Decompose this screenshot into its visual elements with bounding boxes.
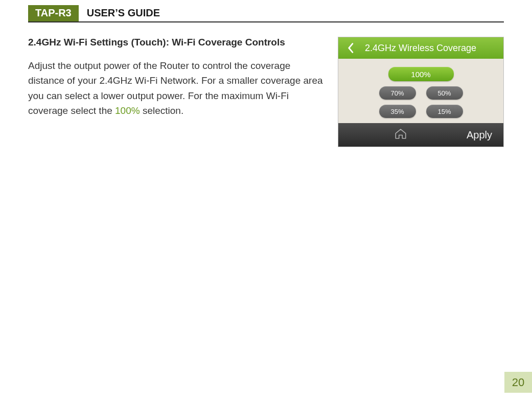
screenshot-header: 2.4GHz Wireless Coverage (338, 37, 503, 59)
doc-title: USER’S GUIDE (79, 5, 160, 21)
doc-brand-badge: TAP-R3 (28, 5, 79, 21)
coverage-option-100[interactable]: 100% (388, 67, 454, 81)
coverage-option-50[interactable]: 50% (426, 86, 463, 100)
screenshot-footer: Apply (338, 123, 503, 147)
coverage-option-70[interactable]: 70% (379, 86, 416, 100)
home-icon[interactable] (394, 128, 407, 141)
body-text-highlight: 100% (115, 105, 140, 116)
section-body: Adjust the output power of the Router to… (28, 58, 326, 118)
page-number: 20 (504, 372, 532, 393)
coverage-option-35[interactable]: 35% (379, 105, 416, 118)
device-screenshot: 2.4GHz Wireless Coverage 100% 70% 50% 35… (338, 37, 504, 147)
body-text-post: selection. (140, 105, 184, 116)
section-heading: 2.4GHz Wi-Fi Settings (Touch): Wi-Fi Cov… (28, 37, 326, 48)
back-icon[interactable] (343, 41, 359, 55)
apply-button[interactable]: Apply (464, 129, 495, 141)
screenshot-title: 2.4GHz Wireless Coverage (365, 43, 476, 54)
header-divider (28, 21, 504, 22)
coverage-options: 100% 70% 50% 35% 15% (338, 59, 503, 123)
coverage-option-15[interactable]: 15% (426, 105, 463, 118)
